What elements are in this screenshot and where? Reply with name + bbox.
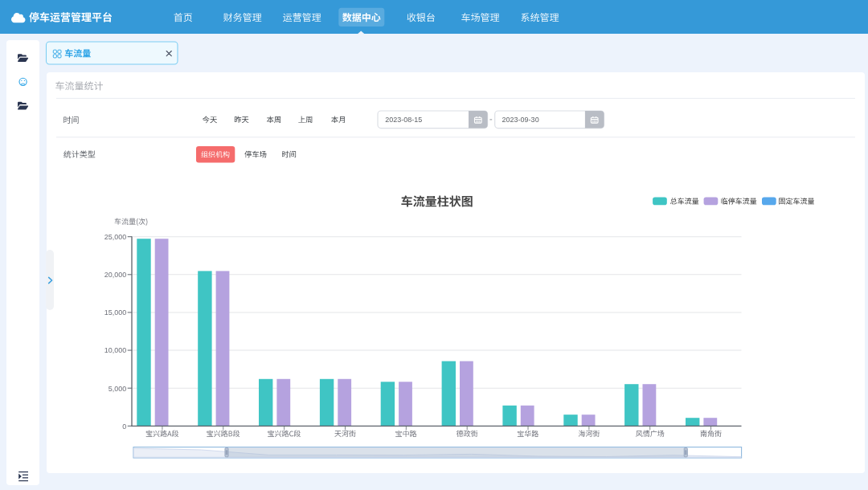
svg-text:0: 0 bbox=[122, 423, 126, 431]
svg-text:5,000: 5,000 bbox=[108, 385, 127, 393]
svg-text:10,000: 10,000 bbox=[104, 346, 127, 354]
svg-text:15,000: 15,000 bbox=[104, 308, 127, 316]
svg-text:2023-09-30: 2023-09-30 bbox=[502, 116, 539, 124]
svg-text:25,000: 25,000 bbox=[104, 233, 127, 241]
svg-text:20,000: 20,000 bbox=[104, 271, 127, 279]
svg-text:2023-08-15: 2023-08-15 bbox=[385, 116, 422, 124]
